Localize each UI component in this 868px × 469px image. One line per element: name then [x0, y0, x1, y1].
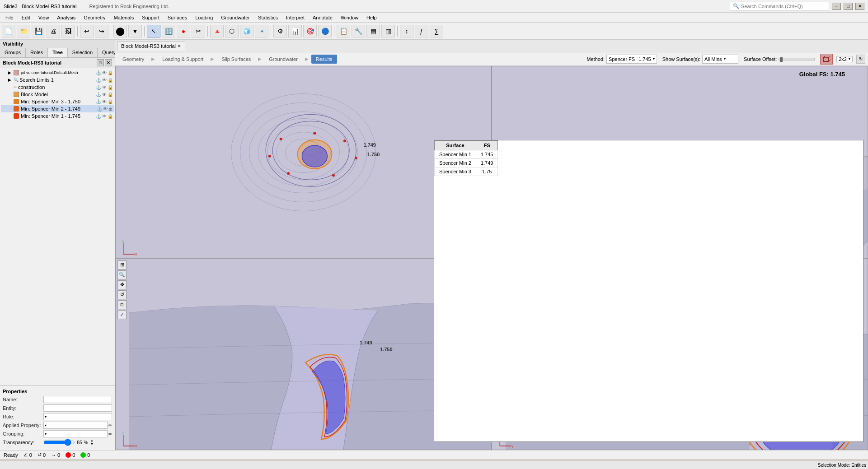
- applied-property-edit-icon[interactable]: ✏: [108, 423, 112, 428]
- grouping-edit-icon[interactable]: ✏: [108, 432, 112, 436]
- show-surfaces-dropdown[interactable]: All Mins: [702, 55, 738, 64]
- menu-edit[interactable]: Edit: [18, 14, 34, 21]
- tool1-button[interactable]: 🔺: [210, 25, 224, 37]
- menu-annotate[interactable]: Annotate: [309, 14, 336, 21]
- name-input[interactable]: [43, 396, 112, 403]
- tree-item-blockmodel[interactable]: Block Model ⚓ 👁 🔒: [1, 91, 114, 98]
- min2-eye-icon[interactable]: 👁: [103, 107, 108, 111]
- cut-button[interactable]: ✂: [192, 25, 205, 37]
- tab-roles[interactable]: Roles: [26, 48, 48, 57]
- more4-button[interactable]: ▥: [381, 25, 395, 37]
- point-button[interactable]: ●: [177, 25, 190, 37]
- more1-button[interactable]: 📋: [337, 25, 350, 37]
- layout-dropdown-arrow[interactable]: ▾: [849, 57, 850, 61]
- tree-expand-button[interactable]: □: [97, 59, 104, 66]
- undo-button[interactable]: ↩: [80, 25, 94, 37]
- func2-button[interactable]: ∑: [430, 25, 443, 37]
- workflow-groundwater[interactable]: Groundwater: [264, 55, 302, 64]
- applied-property-dropdown[interactable]: [43, 422, 108, 429]
- workflow-loading[interactable]: Loading & Support: [158, 55, 208, 64]
- tab-tree[interactable]: Tree: [48, 48, 68, 57]
- save-button[interactable]: 💾: [32, 25, 45, 37]
- transparency-down-arrow[interactable]: ▼: [90, 442, 94, 446]
- menu-loading[interactable]: Loading: [192, 14, 216, 21]
- minimize-button[interactable]: ─: [832, 3, 841, 10]
- pan-tool[interactable]: ✥: [117, 280, 127, 289]
- menu-materials[interactable]: Materials: [110, 14, 138, 21]
- menu-interpret[interactable]: Interpret: [282, 14, 308, 21]
- status-indicator-2: ↺ 0: [38, 452, 46, 458]
- blockmodel-eye-icon[interactable]: 👁: [102, 92, 107, 97]
- menu-statistics[interactable]: Statistics: [254, 14, 282, 21]
- menu-analysis[interactable]: Analysis: [53, 14, 79, 21]
- svg-point-19: [355, 157, 357, 159]
- surface-offset-slider[interactable]: [779, 58, 815, 60]
- zoom-extent-tool[interactable]: ⤢: [117, 310, 127, 319]
- menu-groundwater[interactable]: Groundwater: [217, 14, 253, 21]
- menu-geometry[interactable]: Geometry: [80, 14, 109, 21]
- analysis2-button[interactable]: 📊: [288, 25, 302, 37]
- tree-item-search[interactable]: ▶ 🔍 Search Limits 1 ⚓ 👁 🔒: [1, 76, 114, 84]
- workflow-results[interactable]: Results: [311, 55, 337, 64]
- transparency-up-arrow[interactable]: ▲: [90, 439, 94, 442]
- func1-button[interactable]: ƒ: [415, 25, 428, 37]
- display-dropdown-button[interactable]: ▼: [128, 25, 142, 37]
- tab-selection[interactable]: Selection: [68, 48, 98, 57]
- 3d-view-button[interactable]: [820, 54, 833, 65]
- new-button[interactable]: 📄: [2, 25, 15, 37]
- menu-file[interactable]: File: [2, 14, 17, 21]
- menu-window[interactable]: Window: [337, 14, 362, 21]
- fit-tool[interactable]: ⊡: [117, 300, 127, 309]
- search-eye-icon[interactable]: 👁: [102, 78, 107, 83]
- analysis1-button[interactable]: ⚙: [273, 25, 287, 37]
- role-dropdown[interactable]: [43, 413, 112, 420]
- zoom-in-tool[interactable]: 🔍: [117, 270, 127, 279]
- tree-item-min2[interactable]: Min: Spencer Min 2 - 1.749 ⚓ 👁 🗑: [1, 105, 114, 112]
- mesh-eye-icon[interactable]: 👁: [102, 70, 107, 75]
- doc-tab-blockmodel[interactable]: Block Model-RS3 tutorial ✕: [117, 42, 185, 51]
- color-button[interactable]: ⬤: [113, 25, 127, 37]
- more3-button[interactable]: ▤: [366, 25, 380, 37]
- workflow-geometry[interactable]: Geometry: [118, 55, 149, 64]
- tool3-button[interactable]: 🧊: [240, 25, 253, 37]
- refresh-button[interactable]: ↻: [856, 55, 865, 64]
- search-input[interactable]: [741, 4, 822, 9]
- menu-view[interactable]: View: [35, 14, 53, 21]
- more2-button[interactable]: 🔧: [352, 25, 365, 37]
- close-button[interactable]: ✕: [855, 3, 864, 10]
- tab-groups[interactable]: Groups: [0, 48, 26, 57]
- menu-surfaces[interactable]: Surfaces: [164, 14, 191, 21]
- tree-item-min3[interactable]: Min: Spencer Min 3 - 1.750 ⚓ 👁 🔒: [1, 98, 114, 105]
- search-bar[interactable]: 🔍: [730, 2, 829, 10]
- zoom-window-tool[interactable]: ⊞: [117, 260, 127, 269]
- doc-tab-close-button[interactable]: ✕: [178, 44, 181, 48]
- open-button[interactable]: 📁: [17, 25, 30, 37]
- tool4-button[interactable]: 🔹: [255, 25, 268, 37]
- min3-eye-icon[interactable]: 👁: [102, 99, 107, 104]
- method-dropdown[interactable]: Spencer FS 1.745: [606, 55, 657, 64]
- min2-delete-icon[interactable]: 🗑: [108, 107, 113, 111]
- maximize-button[interactable]: □: [844, 3, 853, 10]
- tree-item-min1[interactable]: Min: Spencer Min 1 - 1.745 ⚓ 👁 🔒: [1, 112, 114, 120]
- workflow-slipsurfaces[interactable]: Slip Surfaces: [217, 55, 255, 64]
- print-button[interactable]: 🖨: [47, 25, 60, 37]
- redo-button[interactable]: ↪: [95, 25, 108, 37]
- min1-eye-icon[interactable]: 👁: [102, 114, 107, 119]
- transparency-slider[interactable]: [43, 440, 75, 445]
- grouping-dropdown[interactable]: [43, 430, 108, 437]
- screenshot-button[interactable]: 🖼: [61, 25, 75, 37]
- rotate-tool[interactable]: ↺: [117, 290, 127, 299]
- tool2-button[interactable]: ⬡: [225, 25, 239, 37]
- menu-help[interactable]: Help: [363, 14, 380, 21]
- entity-input[interactable]: [43, 404, 112, 412]
- tree-item-construction[interactable]: ✏ construction ⚓ 👁 🔒: [1, 84, 114, 91]
- construction-eye-icon[interactable]: 👁: [102, 85, 107, 90]
- select-button[interactable]: ↖: [147, 25, 160, 37]
- menu-support[interactable]: Support: [138, 14, 163, 21]
- tree-item-mesh[interactable]: ▶ pit volume-tutorial.Default.Mesh ⚓ 👁 🔒: [1, 69, 114, 76]
- tree-collapse-button[interactable]: ✕: [105, 59, 112, 66]
- analysis4-button[interactable]: 🔵: [318, 25, 332, 37]
- analysis3-button[interactable]: 🎯: [303, 25, 317, 37]
- more5-button[interactable]: ↕: [400, 25, 413, 37]
- calc-button[interactable]: 🔢: [162, 25, 175, 37]
